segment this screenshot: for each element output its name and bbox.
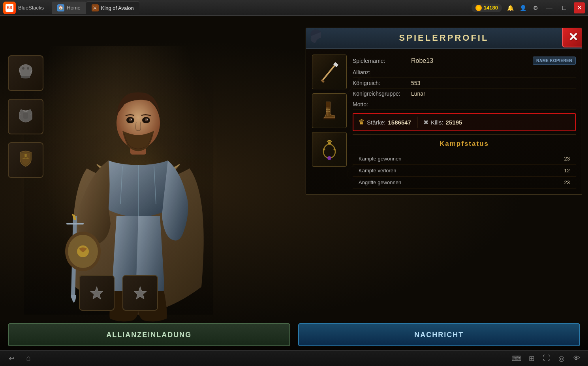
coin-display: 14180 [472, 4, 502, 12]
king-tab-label: King of Avalon [101, 5, 134, 11]
profile-necklace-slot[interactable] [312, 132, 347, 167]
tab-king-of-avalon[interactable]: ⚔ King of Avalon [86, 2, 139, 14]
svg-point-24 [323, 149, 325, 151]
back-button[interactable]: ↩ [6, 353, 17, 364]
spear-avatar-icon [317, 60, 341, 84]
bat-wing-left-icon [309, 28, 333, 47]
bottombar: ↩ ⌂ ⌨ ⊞ ⛶ ◎ 👁 [0, 350, 588, 366]
kampf-row-1: Kämpfe verloren 12 [353, 165, 576, 177]
helmet-slot[interactable] [8, 55, 43, 91]
copy-name-button[interactable]: NAME KOPIEREN [533, 57, 576, 65]
motto-row: Motto: [353, 99, 576, 110]
grid-icon[interactable]: ⊞ [526, 353, 537, 364]
close-profile-button[interactable]: ✕ [562, 28, 582, 47]
strength-value: 1586547 [388, 119, 411, 126]
profile-title: SPIELERPROFIL [399, 33, 489, 43]
account-icon[interactable]: 👤 [518, 4, 527, 12]
armor-icon [15, 105, 36, 129]
kampf-verloren-value: 12 [564, 168, 570, 174]
strength-stat: ♛ Stärke: 1586547 [358, 118, 411, 126]
strength-label: Stärke: [367, 119, 386, 126]
koenigreichsgruppe-label: Königreichsgruppe: [353, 91, 408, 97]
stat-divider [417, 117, 417, 128]
koenigreich-value: 553 [411, 80, 576, 86]
alliance-invite-button[interactable]: ALLIANZEINLADUNG [8, 323, 290, 346]
titlebar-right: 14180 🔔 👤 ⚙ — □ ✕ [472, 2, 585, 13]
keyboard-icon[interactable]: ⌨ [511, 353, 522, 364]
svg-line-22 [321, 80, 324, 82]
rune-slot-2[interactable] [122, 275, 158, 311]
koenigreichsgruppe-row: Königreichsgruppe: Lunar [353, 89, 576, 99]
game-area: SPIELERPROFIL ✕ [0, 16, 588, 350]
allianz-value: — [411, 69, 576, 75]
profile-panel-main: SPIELERPROFIL ✕ [306, 28, 582, 195]
tab-home[interactable]: 🏠 Home [52, 2, 86, 14]
crown-icon: ♛ [358, 118, 364, 126]
spielername-row: Spielername: Robe13 NAME KOPIEREN [353, 55, 576, 67]
sword-x-icon: ✖ [423, 119, 428, 126]
svg-point-12 [22, 67, 24, 70]
king-tab-icon: ⚔ [92, 4, 99, 11]
svg-point-7 [131, 119, 132, 120]
rune2-icon [130, 283, 150, 303]
profile-panel: SPIELERPROFIL ✕ [306, 28, 582, 195]
kills-label: Kills: [431, 119, 443, 126]
shield-slot[interactable] [8, 142, 43, 178]
stats-bar: ♛ Stärke: 1586547 ✖ Kills: 25195 [353, 113, 576, 131]
svg-point-23 [328, 141, 331, 145]
svg-line-21 [322, 63, 336, 81]
svg-point-14 [24, 154, 27, 156]
bottom-equipment-slots [79, 275, 158, 311]
armor-slot[interactable] [8, 99, 43, 134]
svg-point-26 [327, 156, 331, 160]
notification-icon[interactable]: 🔔 [506, 4, 515, 12]
kampf-verloren-label: Kämpfe verloren [359, 168, 396, 174]
koenigreich-label: Königreich: [353, 80, 408, 86]
fullscreen-icon[interactable]: ⛶ [541, 353, 552, 364]
profile-avatar-slot[interactable] [312, 55, 347, 89]
svg-point-8 [147, 119, 148, 120]
home-tab-label: Home [67, 5, 81, 11]
profile-header: SPIELERPROFIL ✕ [306, 28, 582, 49]
kills-value: 25195 [446, 119, 462, 126]
shield-icon [15, 148, 36, 172]
profile-body: Spielername: Robe13 NAME KOPIEREN Allian… [306, 49, 582, 194]
profile-boots-slot[interactable] [312, 93, 347, 128]
coin-icon [475, 5, 482, 11]
home-bottom-button[interactable]: ⌂ [23, 353, 34, 364]
kampf-gewonnen-value: 23 [564, 156, 570, 162]
angriffe-gewonnen-value: 23 [564, 179, 570, 185]
equipment-slots-left [8, 55, 43, 178]
kampfstatus-section: Kampfstatus Kämpfe gewonnen 23 Kämpfe ve… [353, 134, 576, 189]
svg-point-25 [334, 149, 336, 151]
profile-info-section: Spielername: Robe13 NAME KOPIEREN Allian… [353, 55, 576, 189]
home-tab-icon: 🏠 [57, 4, 64, 11]
allianz-label: Allianz: [353, 69, 408, 75]
bottom-action-bar: ALLIANZEINLADUNG NACHRICHT [0, 319, 588, 350]
profile-necklace-icon [317, 138, 341, 161]
maximize-button[interactable]: □ [559, 2, 570, 13]
rune-slot-1[interactable] [79, 275, 115, 311]
kills-stat: ✖ Kills: 25195 [423, 119, 462, 126]
svg-point-13 [27, 67, 29, 70]
spielername-value: Robe13 [411, 57, 530, 64]
profile-item-slots [312, 55, 347, 189]
eye-icon[interactable]: 👁 [571, 353, 582, 364]
location-icon[interactable]: ◎ [556, 353, 567, 364]
koenigreich-row: Königreich: 553 [353, 78, 576, 89]
close-button[interactable]: ✕ [574, 2, 585, 13]
minimize-button[interactable]: — [544, 2, 555, 13]
profile-boots-icon [317, 99, 341, 123]
spielername-label: Spielername: [353, 58, 408, 64]
helmet-icon [15, 61, 36, 85]
bottombar-right-icons: ⌨ ⊞ ⛶ ◎ 👁 [511, 353, 582, 364]
angriffe-gewonnen-label: Angriffe gewonnen [359, 179, 401, 185]
kampf-gewonnen-label: Kämpfe gewonnen [359, 156, 401, 162]
settings-icon[interactable]: ⚙ [531, 4, 540, 12]
message-button[interactable]: NACHRICHT [298, 323, 580, 346]
kampfstatus-title: Kampfstatus [353, 138, 576, 151]
app-name: BlueStacks [18, 5, 44, 11]
allianz-row: Allianz: — [353, 67, 576, 78]
coin-amount: 14180 [484, 5, 498, 11]
warrior-art [24, 46, 213, 315]
